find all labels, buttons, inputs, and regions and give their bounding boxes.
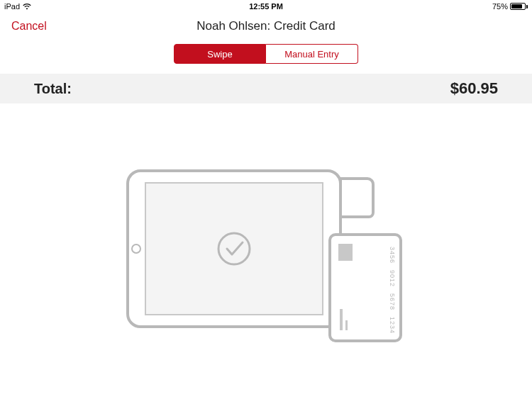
- device-label: iPad: [4, 2, 20, 11]
- status-bar: iPad 12:55 PM 75%: [0, 0, 532, 13]
- svg-text:9012: 9012: [389, 270, 396, 287]
- page-title: Noah Ohlsen: Credit Card: [0, 19, 532, 33]
- svg-rect-1: [145, 183, 323, 315]
- svg-rect-5: [338, 244, 353, 261]
- svg-rect-11: [345, 320, 348, 330]
- status-left: iPad: [4, 2, 31, 11]
- battery-icon: [510, 3, 528, 10]
- total-amount: $60.95: [450, 79, 498, 98]
- wifi-icon: [23, 4, 31, 10]
- total-bar: Total: $60.95: [0, 74, 532, 103]
- nav-bar: Cancel Noah Ohlsen: Credit Card: [0, 13, 532, 40]
- svg-point-2: [132, 245, 140, 253]
- segmented-control: Swipe Manual Entry: [0, 44, 532, 64]
- tab-manual-entry[interactable]: Manual Entry: [266, 44, 358, 64]
- total-label: Total:: [34, 81, 72, 97]
- svg-rect-10: [340, 309, 343, 330]
- battery-percent: 75%: [492, 2, 508, 11]
- card-reader-illustration: 3456 9012 5678 1234: [124, 167, 408, 352]
- status-time: 12:55 PM: [0, 2, 532, 11]
- status-right: 75%: [492, 2, 528, 11]
- cancel-button[interactable]: Cancel: [11, 20, 47, 33]
- swipe-illustration: 3456 9012 5678 1234: [0, 167, 532, 352]
- svg-text:3456: 3456: [389, 247, 396, 264]
- svg-text:5678: 5678: [389, 293, 396, 310]
- tab-swipe[interactable]: Swipe: [174, 44, 266, 64]
- svg-text:1234: 1234: [389, 317, 396, 334]
